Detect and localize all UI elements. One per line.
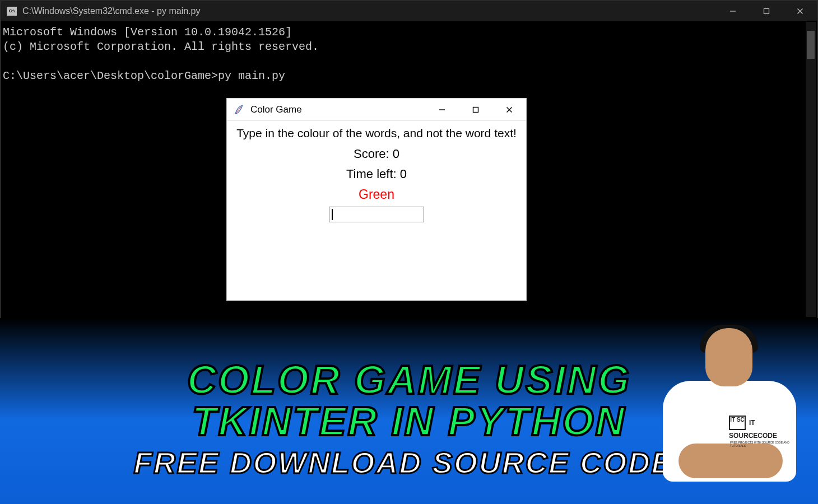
- tk-body: Type in the colour of the words, and not…: [227, 121, 526, 300]
- cmd-window-controls: [716, 1, 817, 21]
- maximize-button[interactable]: [459, 99, 492, 120]
- banner-headline-line2: TKINTER IN PYTHON: [192, 399, 626, 444]
- banner-headline: COLOR GAME USING TKINTER IN PYTHON: [187, 359, 631, 442]
- close-button[interactable]: [492, 99, 526, 120]
- cmd-icon: C:\: [7, 7, 17, 16]
- svg-rect-1: [764, 8, 769, 13]
- time-left-label: Time left: 0: [227, 167, 526, 181]
- maximize-button[interactable]: [750, 1, 783, 21]
- text-cursor: [332, 209, 333, 220]
- promo-banner: COLOR GAME USING TKINTER IN PYTHON FREE …: [0, 318, 818, 504]
- tk-titlebar[interactable]: Color Game: [227, 99, 526, 121]
- cmd-line: (c) Microsoft Corporation. All rights re…: [3, 40, 319, 53]
- tk-window-controls: [425, 99, 526, 120]
- instruction-label: Type in the colour of the words, and not…: [227, 127, 526, 140]
- maximize-icon: [472, 106, 479, 113]
- score-label: Score: 0: [227, 147, 526, 161]
- cmd-titlebar[interactable]: C:\ C:\Windows\System32\cmd.exe - py mai…: [1, 1, 817, 21]
- maximize-icon: [763, 8, 770, 15]
- close-button[interactable]: [783, 1, 817, 21]
- feather-icon: [233, 104, 245, 116]
- close-icon: [506, 106, 513, 113]
- cmd-line: C:\Users\acer\Desktop\colorGame>py main.…: [3, 69, 285, 82]
- banner-headline-line1: COLOR GAME USING: [187, 357, 631, 402]
- minimize-button[interactable]: [716, 1, 750, 21]
- answer-input[interactable]: [329, 207, 424, 222]
- banner-subline: FREE DOWNLOAD SOURCE CODE!: [134, 445, 685, 480]
- color-word: Green: [227, 187, 526, 202]
- minimize-icon: [729, 8, 736, 15]
- cmd-line: Microsoft Windows [Version 10.0.19042.15…: [3, 26, 292, 39]
- minimize-button[interactable]: [425, 99, 459, 120]
- cmd-title-text: C:\Windows\System32\cmd.exe - py main.py: [22, 6, 200, 16]
- svg-rect-5: [473, 107, 478, 112]
- tk-title-text: Color Game: [250, 104, 302, 115]
- tk-window: Color Game Type in the colour of the wor…: [226, 98, 527, 301]
- cmd-scrollbar[interactable]: [806, 22, 816, 317]
- cmd-scrollthumb[interactable]: [807, 31, 815, 59]
- close-icon: [797, 8, 803, 15]
- minimize-icon: [439, 106, 445, 113]
